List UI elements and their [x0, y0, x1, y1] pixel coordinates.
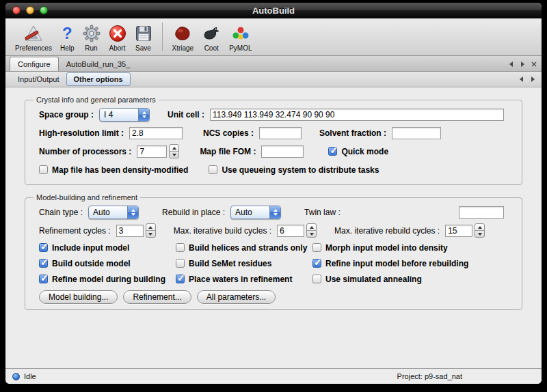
processors-input[interactable] [137, 145, 167, 158]
tab-other-options[interactable]: Other options [66, 72, 131, 86]
high-resolution-label: High-resolution limit : [39, 128, 124, 138]
right-arrow-icon [531, 76, 535, 82]
stepper-down-icon [148, 233, 152, 236]
tab-scroll-right-button[interactable] [519, 61, 526, 68]
model-building-section: Model-building and refinement Chain type… [25, 193, 522, 310]
ncs-copies-input[interactable] [259, 127, 302, 139]
toolbar-label: Xtriage [172, 44, 194, 53]
stepper-down-icon [310, 233, 314, 236]
max-rebuild-cycles-input[interactable] [445, 225, 472, 237]
toolbar-coot-button[interactable]: Coot [198, 20, 225, 54]
toolbar-pymol-button[interactable]: PyMOL [225, 20, 256, 54]
processors-label: Number of processors : [39, 147, 131, 156]
cycles-row: Refinement cycles : Max. iterative build… [31, 221, 516, 240]
refinement-cycles-input[interactable] [116, 225, 144, 237]
minimize-window-button[interactable] [26, 6, 34, 14]
refinement-cycles-stepper[interactable] [146, 223, 156, 238]
save-floppy-icon [135, 23, 152, 44]
density-modified-checkbox[interactable]: Map file has been density-modified [39, 165, 188, 175]
include-input-model-checkbox[interactable]: Include input model [39, 240, 176, 255]
checkbox-box [209, 165, 217, 174]
checkbox-label: Include input model [52, 243, 129, 253]
section-title: Crystal info and general parameters [34, 96, 159, 104]
refine-during-building-checkbox[interactable]: Refine model during building [39, 271, 176, 287]
toolbar-abort-button[interactable]: Abort [105, 20, 131, 54]
max-build-cycles-stepper[interactable] [306, 223, 317, 238]
space-group-select[interactable]: I 4 [99, 108, 150, 122]
refinement-cycles-label: Refinement cycles : [39, 226, 111, 236]
processors-stepper[interactable] [169, 144, 179, 158]
map-file-fom-input[interactable] [261, 145, 304, 158]
checkbox-label: Place waters in refinement [189, 275, 292, 284]
queueing-checkbox[interactable]: Use queueing system to distribute tasks [209, 165, 379, 175]
solvent-fraction-input[interactable] [392, 127, 441, 139]
options-scroll-right-button[interactable] [529, 76, 536, 83]
chain-type-row: Chain type : Auto Rebuild in place : Aut… [31, 203, 516, 221]
space-group-row: Space group : I 4 Unit cell : [31, 105, 516, 124]
status-indicator-icon [12, 373, 20, 380]
all-parameters-button[interactable]: All parameters... [197, 290, 276, 304]
checkbox-label: Morph input model into density [325, 243, 448, 253]
checkbox-box [312, 259, 321, 268]
toolbar-label: Run [85, 44, 97, 53]
chain-type-select[interactable]: Auto [88, 206, 139, 219]
max-rebuild-cycles-stepper[interactable] [475, 223, 485, 238]
title-bar: AutoBuild [5, 3, 542, 18]
simulated-annealing-checkbox[interactable]: Use simulated annealing [312, 271, 516, 287]
refine-input-before-checkbox[interactable]: Refine input model before rebuilding [312, 255, 516, 271]
morph-input-model-checkbox[interactable]: Morph input model into density [312, 240, 516, 255]
toolbar-preferences-button[interactable]: Preferences [11, 20, 56, 54]
model-building-button[interactable]: Model building... [39, 290, 118, 304]
checkbox-label: Use simulated annealing [325, 275, 422, 284]
checkbox-label: Build SeMet residues [189, 259, 271, 268]
checkbox-label: Map file has been density-modified [52, 165, 188, 175]
high-resolution-input[interactable] [129, 127, 183, 139]
max-build-cycles-input[interactable] [277, 225, 304, 237]
toolbar-run-button[interactable]: Run [79, 20, 105, 54]
run-gear-icon [83, 23, 101, 44]
checkbox-box [176, 275, 185, 283]
tab-scroll-left-button[interactable] [507, 61, 514, 68]
close-window-button[interactable] [12, 6, 21, 14]
tab-close-button[interactable] [531, 61, 537, 68]
tab-bar-controls [507, 61, 537, 71]
max-rebuild-cycles-label: Max. iterative rebuild cycles : [334, 226, 440, 236]
autobuild-window: AutoBuild Preferences Help [5, 3, 542, 384]
rebuild-in-place-select[interactable]: Auto [230, 206, 281, 219]
section-title: Model-building and refinement [34, 193, 140, 201]
options-tab-bar: Input/Output Other options [5, 72, 542, 87]
checkbox-box [312, 275, 321, 283]
abort-icon [109, 23, 126, 44]
quick-mode-checkbox[interactable]: Quick mode [328, 147, 388, 156]
preferences-icon [24, 23, 43, 44]
tab-configure[interactable]: Configure [10, 57, 59, 71]
toolbar-xtriage-button[interactable]: Xtriage [168, 20, 198, 54]
toolbar-label: Preferences [15, 44, 52, 53]
parameter-buttons-row: Model building... Refinement... All para… [31, 290, 516, 304]
popup-arrows-icon [138, 109, 149, 121]
checkbox-box [176, 259, 185, 268]
options-scroll-left-button[interactable] [518, 76, 524, 83]
help-icon [62, 23, 72, 44]
pymol-icon [231, 23, 250, 44]
toolbar-help-button[interactable]: Help [56, 20, 79, 54]
refinement-button[interactable]: Refinement... [123, 290, 191, 304]
tab-input-output[interactable]: Input/Output [11, 73, 66, 85]
document-tab-bar: Configure AutoBuild_run_35_ [5, 56, 542, 72]
tab-autobuild-run-35[interactable]: AutoBuild_run_35_ [59, 57, 138, 71]
place-waters-checkbox[interactable]: Place waters in refinement [176, 271, 312, 287]
build-helices-checkbox[interactable]: Build helices and strands only [176, 240, 312, 255]
zoom-window-button[interactable] [40, 6, 48, 14]
close-icon [531, 61, 537, 67]
checkbox-box [312, 243, 321, 252]
build-semet-checkbox[interactable]: Build SeMet residues [176, 255, 312, 271]
toolbar-label: Help [60, 44, 75, 53]
unit-cell-input[interactable] [210, 109, 504, 121]
checkbox-label: Build helices and strands only [189, 243, 307, 253]
build-outside-model-checkbox[interactable]: Build outside model [39, 255, 176, 271]
toolbar-save-button[interactable]: Save [131, 20, 157, 54]
toolbar-label: PyMOL [229, 44, 252, 53]
checkbox-label: Refine model during building [52, 275, 165, 284]
twin-law-input[interactable] [459, 206, 504, 219]
solvent-fraction-label: Solvent fraction : [319, 128, 386, 138]
